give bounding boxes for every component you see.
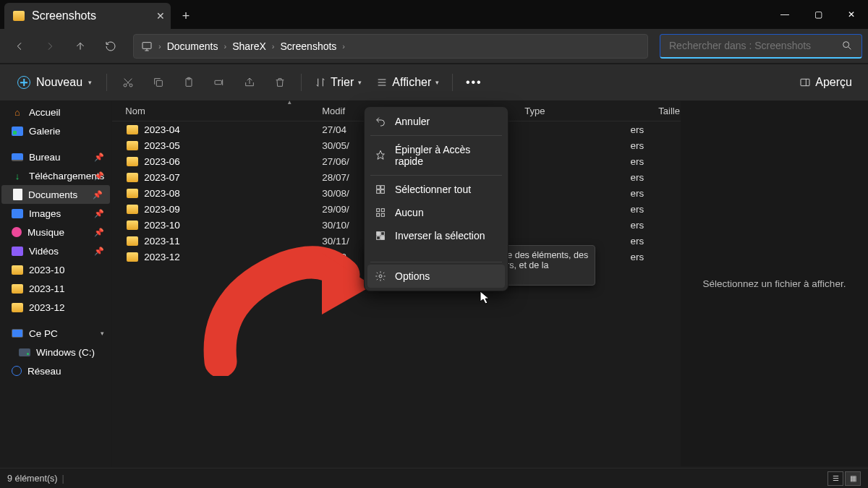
ctx-label: Inverser la sélection [395, 230, 485, 241]
pin-icon: 📌 [94, 209, 104, 218]
chevron-down-icon: ▾ [435, 79, 439, 86]
folder-name: 2023-09 [144, 204, 180, 215]
copy-button[interactable] [145, 69, 172, 95]
sidebar-folder-2023-11[interactable]: 2023-11 [0, 279, 111, 298]
sidebar-label: 2023-11 [29, 283, 65, 294]
delete-button[interactable] [266, 69, 294, 95]
sidebar-folder-2023-10[interactable]: 2023-10 [0, 260, 111, 279]
chevron-down-icon: ▾ [358, 79, 362, 86]
svg-rect-18 [381, 232, 385, 236]
sidebar-videos[interactable]: Vidéos📌 [0, 241, 111, 260]
sort-asc-icon: ▲ [286, 99, 292, 106]
more-button[interactable]: ••• [460, 69, 488, 95]
svg-point-3 [129, 84, 132, 87]
back-button[interactable] [6, 33, 33, 59]
breadcrumb-screenshots[interactable]: Screenshots [281, 40, 337, 52]
search-box[interactable] [660, 34, 862, 59]
sidebar-documents[interactable]: Documents📌 [1, 185, 110, 204]
share-button[interactable] [236, 69, 263, 95]
sidebar-music[interactable]: Musique📌 [0, 223, 111, 241]
ctx-options[interactable]: Options [367, 265, 505, 288]
new-tab-button[interactable]: + [174, 3, 198, 29]
sidebar-images[interactable]: Images📌 [0, 204, 111, 223]
minimize-button[interactable]: — [768, 0, 801, 29]
sidebar-label: Téléchargements [29, 171, 104, 181]
monitor-icon [141, 40, 153, 52]
folder-icon [127, 189, 138, 198]
gear-icon [375, 270, 386, 282]
svg-rect-9 [377, 186, 380, 189]
view-large-button[interactable]: ▦ [845, 471, 861, 486]
folder-name: 2023-05 [144, 140, 180, 151]
select-all-icon [375, 184, 386, 195]
folder-icon [127, 205, 138, 214]
window-tab[interactable]: Screenshots ✕ [4, 3, 171, 29]
chevron-right-icon: › [342, 42, 345, 51]
navbar: › Documents › ShareX › Screenshots › [0, 29, 868, 64]
ctx-select-all[interactable]: Sélectionner tout [367, 178, 505, 201]
cut-button[interactable] [114, 69, 142, 95]
rename-button[interactable] [205, 69, 233, 95]
folder-type: ers [517, 156, 651, 167]
sidebar-folder-2023-12[interactable]: 2023-12 [0, 298, 111, 317]
tab-title: Screenshots [32, 9, 96, 22]
view-button[interactable]: Afficher ▾ [370, 69, 445, 95]
column-type[interactable]: Type [517, 101, 651, 121]
ctx-select-none[interactable]: Aucun [367, 201, 505, 224]
sidebar-this-pc[interactable]: Ce PC▾ [0, 324, 111, 343]
music-icon [12, 227, 22, 237]
column-name[interactable]: Nom▲ [112, 101, 315, 121]
images-icon [12, 209, 23, 218]
sidebar[interactable]: ⌂Accueil Galerie Bureau📌 ↓Téléchargement… [0, 101, 112, 466]
svg-rect-4 [156, 80, 162, 86]
folder-name: 2023-06 [144, 156, 180, 167]
preview-placeholder: Sélectionnez un fichier à afficher. [703, 278, 846, 289]
sidebar-home[interactable]: ⌂Accueil [0, 103, 111, 121]
search-input[interactable] [669, 40, 841, 51]
view-details-button[interactable]: ☰ [827, 471, 843, 486]
folder-name: 2023-12 [144, 252, 180, 262]
sort-label: Trier [331, 76, 354, 89]
close-tab-icon[interactable]: ✕ [156, 10, 165, 22]
svg-rect-14 [381, 209, 384, 212]
folder-icon [127, 173, 138, 182]
address-bar[interactable]: › Documents › ShareX › Screenshots › [133, 34, 648, 59]
svg-rect-12 [381, 190, 385, 194]
new-button[interactable]: Nouveau ▾ [10, 72, 99, 93]
ctx-invert[interactable]: Inverser la sélection [367, 224, 505, 247]
ctx-undo[interactable]: Annuler [367, 110, 505, 133]
sidebar-drive-c[interactable]: Windows (C:) [0, 343, 111, 361]
annotation-arrow [199, 246, 380, 376]
breadcrumb-documents[interactable]: Documents [167, 40, 218, 52]
svg-point-2 [124, 84, 127, 87]
refresh-button[interactable] [97, 33, 124, 59]
folder-icon [127, 125, 138, 134]
sidebar-label: Musique [27, 227, 64, 238]
preview-pane-button[interactable]: Aperçu [793, 69, 858, 95]
separator [106, 74, 107, 91]
close-window-button[interactable]: ✕ [835, 0, 868, 29]
folder-name: 2023-04 [144, 124, 180, 135]
invert-icon [375, 230, 386, 241]
sidebar-label: Accueil [29, 107, 61, 118]
select-none-icon [375, 207, 386, 218]
breadcrumb-sharex[interactable]: ShareX [232, 40, 266, 52]
drive-icon [19, 348, 30, 356]
folder-icon [127, 221, 138, 230]
paste-button[interactable] [175, 69, 203, 95]
separator [370, 175, 502, 176]
up-button[interactable] [67, 33, 94, 59]
forward-button[interactable] [36, 33, 64, 59]
column-size[interactable]: Taille [651, 101, 681, 121]
sidebar-network[interactable]: Réseau [0, 361, 111, 380]
delete-icon [274, 77, 286, 88]
sidebar-label: Images [29, 208, 61, 219]
maximize-button[interactable]: ▢ [801, 0, 835, 29]
search-icon[interactable] [841, 40, 853, 51]
sort-button[interactable]: Trier ▾ [309, 69, 367, 95]
chevron-right-icon: › [158, 42, 161, 51]
ctx-pin[interactable]: Épingler à Accès rapide [367, 138, 505, 173]
sidebar-gallery[interactable]: Galerie [0, 121, 111, 140]
sidebar-desktop[interactable]: Bureau📌 [0, 147, 111, 166]
sidebar-downloads[interactable]: ↓Téléchargements📌 [0, 166, 111, 185]
